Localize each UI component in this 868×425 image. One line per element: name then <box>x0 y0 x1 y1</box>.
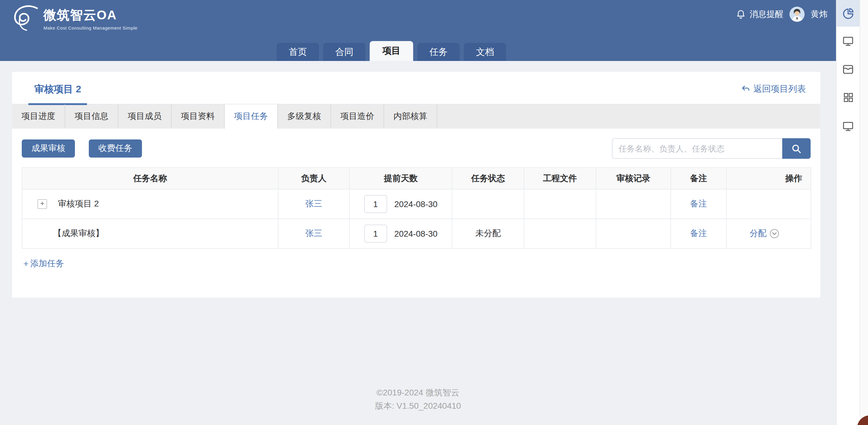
files-cell <box>524 189 596 219</box>
main-nav-tabs: 首页 合同 项目 任务 文档 <box>277 41 506 61</box>
col-lead-days: 提前天数 <box>349 167 452 189</box>
assign-link[interactable]: 分配 <box>750 228 767 239</box>
col-owner: 负责人 <box>278 167 349 189</box>
sidebar-edge-strip <box>860 0 868 425</box>
nav-tab-task[interactable]: 任务 <box>417 43 460 61</box>
tab-multilevel-review[interactable]: 多级复核 <box>278 104 331 129</box>
col-status: 任务状态 <box>452 167 524 189</box>
tab-internal-accounting[interactable]: 内部核算 <box>384 104 437 129</box>
result-review-button[interactable]: 成果审核 <box>22 139 75 158</box>
header-right-group: 消息提醒 黄炜 <box>736 7 828 22</box>
logo-text: 微筑智云OA Make Cost Consulting Management S… <box>43 7 137 31</box>
remark-link[interactable]: 备注 <box>690 199 707 208</box>
files-cell <box>524 219 596 249</box>
task-toolbar: 成果审核 收费任务 <box>12 129 820 167</box>
page-footer: ©2019-2024 微筑智云 版本: V1.50_20240410 <box>0 386 836 412</box>
audit-cell <box>596 189 671 219</box>
footer-version: 版本: V1.50_20240410 <box>0 399 836 412</box>
task-search <box>612 138 811 159</box>
search-icon <box>791 143 802 154</box>
notice-label: 消息提醒 <box>750 9 783 20</box>
status-cell <box>452 189 524 219</box>
nav-tab-project[interactable]: 项目 <box>370 41 413 61</box>
right-sidebar <box>836 0 868 425</box>
app-logo: 微筑智云OA Make Cost Consulting Management S… <box>11 4 137 34</box>
project-sub-tabs: 项目进度 项目信息 项目成员 项目资料 项目任务 多级复核 项目造价 内部核算 <box>12 104 820 129</box>
assign-action[interactable]: 分配 <box>750 228 779 239</box>
table-row: + 审核项目 2 张三 2024-08-30 <box>22 189 811 219</box>
status-cell: 未分配 <box>452 219 524 249</box>
nav-tab-contract[interactable]: 合同 <box>323 43 366 61</box>
col-remark: 备注 <box>671 167 726 189</box>
logo-title: 微筑智云OA <box>43 7 137 24</box>
sidebar-item-workbench[interactable] <box>837 27 860 55</box>
tab-project-cost[interactable]: 项目造价 <box>331 104 384 129</box>
app-window: 微筑智云OA Make Cost Consulting Management S… <box>0 0 868 425</box>
sidebar-icon-column <box>836 0 860 425</box>
message-notice[interactable]: 消息提醒 <box>736 9 783 20</box>
col-task-name: 任务名称 <box>22 167 278 189</box>
expand-row-button[interactable]: + <box>37 199 47 209</box>
chevron-down-circle-icon[interactable] <box>770 229 779 238</box>
table-row: 【成果审核】 张三 2024-08-30 未分配 <box>22 219 811 249</box>
sidebar-item-apps[interactable] <box>837 83 860 112</box>
audit-cell <box>596 219 671 249</box>
tab-project-materials[interactable]: 项目资料 <box>172 104 225 129</box>
due-date: 2024-08-30 <box>394 199 437 209</box>
tab-project-members[interactable]: 项目成员 <box>118 104 172 129</box>
owner-link[interactable]: 张三 <box>305 199 322 208</box>
monitor-icon <box>842 35 854 47</box>
logo-swirl-icon <box>11 4 42 34</box>
inbox-icon <box>842 63 854 75</box>
back-link-label: 返回项目列表 <box>753 83 806 95</box>
top-header: 微筑智云OA Make Cost Consulting Management S… <box>0 0 836 61</box>
lead-days-input[interactable] <box>364 225 387 243</box>
main-column: 微筑智云OA Make Cost Consulting Management S… <box>0 0 836 425</box>
col-operation: 操作 <box>726 167 811 189</box>
tab-project-tasks[interactable]: 项目任务 <box>225 104 278 129</box>
pie-chart-icon <box>842 7 855 20</box>
page-title: 审核项目 2 <box>28 74 87 105</box>
remark-link[interactable]: 备注 <box>690 228 707 238</box>
sidebar-item-screen[interactable] <box>837 112 860 140</box>
operation-cell <box>726 189 811 219</box>
bell-icon <box>736 9 746 19</box>
tab-project-progress[interactable]: 项目进度 <box>12 104 65 129</box>
lead-days-input[interactable] <box>364 195 387 213</box>
col-audit-record: 审核记录 <box>596 167 671 189</box>
table-header-row: 任务名称 负责人 提前天数 任务状态 工程文件 审核记录 备注 操作 <box>22 167 811 189</box>
sidebar-item-inbox[interactable] <box>837 55 860 83</box>
return-arrow-icon <box>741 85 750 93</box>
back-to-project-list-link[interactable]: 返回项目列表 <box>741 83 806 95</box>
task-name: 审核项目 2 <box>58 199 99 209</box>
sidebar-item-dashboard[interactable] <box>837 0 860 27</box>
avatar-person-icon <box>789 7 805 22</box>
user-name[interactable]: 黄炜 <box>811 9 828 20</box>
content-area: 审核项目 2 返回项目列表 项目进度 项目信息 项目成员 项目资料 项目任务 <box>0 72 836 425</box>
tab-project-info[interactable]: 项目信息 <box>65 104 118 129</box>
due-date: 2024-08-30 <box>394 229 437 238</box>
footer-copyright: ©2019-2024 微筑智云 <box>0 386 836 399</box>
logo-tagline: Make Cost Consulting Management Simple <box>43 25 137 31</box>
nav-tab-home[interactable]: 首页 <box>277 43 319 61</box>
avatar[interactable] <box>789 7 805 22</box>
monitor-icon <box>842 120 854 132</box>
search-button[interactable] <box>782 138 811 159</box>
toolbar-buttons: 成果审核 收费任务 <box>22 139 142 158</box>
card-header: 审核项目 2 返回项目列表 <box>12 72 820 104</box>
task-table: 任务名称 负责人 提前天数 任务状态 工程文件 审核记录 备注 操作 <box>22 167 811 249</box>
nav-tab-document[interactable]: 文档 <box>464 43 506 61</box>
project-card: 审核项目 2 返回项目列表 项目进度 项目信息 项目成员 项目资料 项目任务 <box>12 72 820 298</box>
search-input[interactable] <box>612 138 782 159</box>
task-name: 【成果审核】 <box>53 228 104 239</box>
appstore-grid-icon <box>842 92 854 103</box>
billing-task-button[interactable]: 收费任务 <box>89 139 142 158</box>
owner-link[interactable]: 张三 <box>305 228 322 238</box>
add-task-link[interactable]: ＋添加任务 <box>22 258 64 269</box>
col-project-files: 工程文件 <box>524 167 596 189</box>
